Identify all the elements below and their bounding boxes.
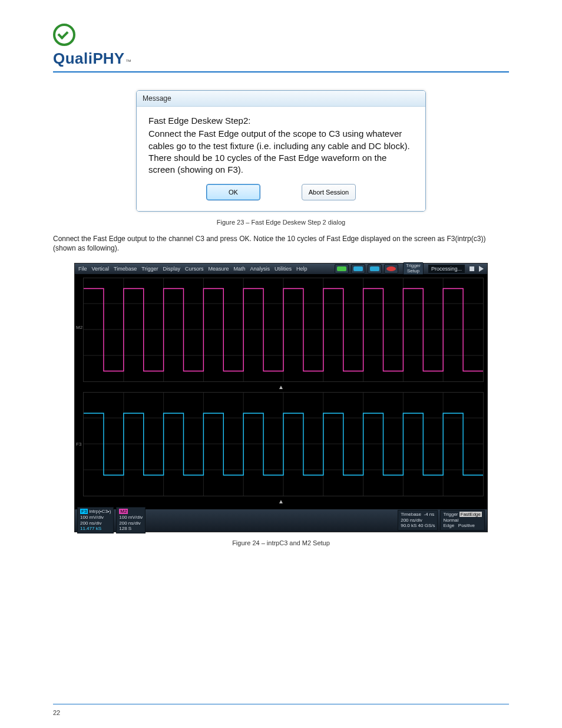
- trigger-marker-top: ▲: [278, 384, 284, 390]
- figure-caption-scope: Figure 24 – intrpC3 and M2 Setup: [53, 539, 509, 546]
- waveform-pane-f3: [83, 392, 484, 496]
- scope-toolbar-icons: [335, 264, 398, 274]
- processing-indicator: Processing...: [428, 265, 465, 273]
- scope-menubar: File Vertical Timebase Trigger Display C…: [75, 263, 487, 274]
- oscilloscope-screenshot: File Vertical Timebase Trigger Display C…: [74, 263, 488, 532]
- menu-vertical[interactable]: Vertical: [92, 266, 110, 272]
- menu-analysis[interactable]: Analysis: [250, 266, 270, 272]
- status-ch-m2: M2 100 mV/div 200 ns/div 128 S: [116, 507, 146, 533]
- figure-caption-dialog: Figure 23 – Fast Edge Deskew Step 2 dial…: [53, 219, 509, 226]
- trigger-marker-bottom: ▲: [278, 498, 284, 505]
- record-icon[interactable]: [384, 264, 398, 274]
- footer-divider: [53, 704, 509, 704]
- status-trigger: Trigger FastEdge Normal Edge Positive: [440, 510, 485, 531]
- menu-trigger[interactable]: Trigger: [141, 266, 158, 272]
- dialog-line-1: Fast Edge Deskew Step2:: [148, 115, 414, 127]
- menu-display[interactable]: Display: [163, 266, 180, 272]
- waveform-pane-m2: [83, 278, 484, 382]
- page-number: 22: [53, 709, 60, 716]
- autoset-icon[interactable]: [335, 264, 349, 274]
- menu-utilities[interactable]: Utilities: [275, 266, 292, 272]
- dialog-titlebar: Message: [137, 91, 425, 107]
- axis-label-m2: M2: [76, 325, 82, 330]
- dialog-body: Fast Edge Deskew Step2: Connect the Fast…: [137, 107, 425, 179]
- scope-statusbar: F3 intrp(•C3•) 100 mV/div 200 ns/div 11.…: [75, 509, 487, 532]
- trigger-setup-button[interactable]: Trigger Setup: [403, 262, 424, 275]
- status-timebase: Timebase -4 ns 200 ns/div 90.0 kS 40 GS/…: [398, 510, 438, 531]
- menu-timebase[interactable]: Timebase: [114, 266, 137, 272]
- play-icon[interactable]: [479, 266, 484, 272]
- menu-help[interactable]: Help: [296, 266, 308, 272]
- trace-f3: [84, 413, 483, 475]
- body-paragraph: Connect the Fast Edge output to the chan…: [53, 234, 509, 253]
- dialog-line-2: Connect the Fast Edge output of the scop…: [148, 128, 414, 176]
- menu-math[interactable]: Math: [233, 266, 245, 272]
- status-ch-f3: F3 intrp(•C3•) 100 mV/div 200 ns/div 11.…: [77, 507, 114, 533]
- logo-trademark: ™: [125, 58, 131, 65]
- menu-file[interactable]: File: [78, 266, 87, 272]
- logo-text-phy: PHY: [93, 50, 124, 68]
- menu-measure[interactable]: Measure: [208, 266, 229, 272]
- abort-session-button[interactable]: Abort Session: [302, 184, 356, 200]
- menu-cursors[interactable]: Cursors: [185, 266, 204, 272]
- qualiphy-checkmark-icon: [53, 24, 75, 46]
- header-logo: Quali PHY ™: [53, 24, 509, 68]
- message-dialog: Message Fast Edge Deskew Step2: Connect …: [136, 90, 426, 212]
- ok-button[interactable]: OK: [206, 184, 260, 200]
- stop-icon[interactable]: [470, 266, 474, 271]
- trace-m2: [84, 288, 483, 371]
- measure-icon[interactable]: [368, 264, 382, 274]
- zoom-icon[interactable]: [351, 264, 365, 274]
- logo-text-quali: Quali: [53, 50, 93, 68]
- axis-label-f3: F3: [76, 442, 81, 447]
- waveform-area: M2 F3 ▲: [75, 274, 487, 508]
